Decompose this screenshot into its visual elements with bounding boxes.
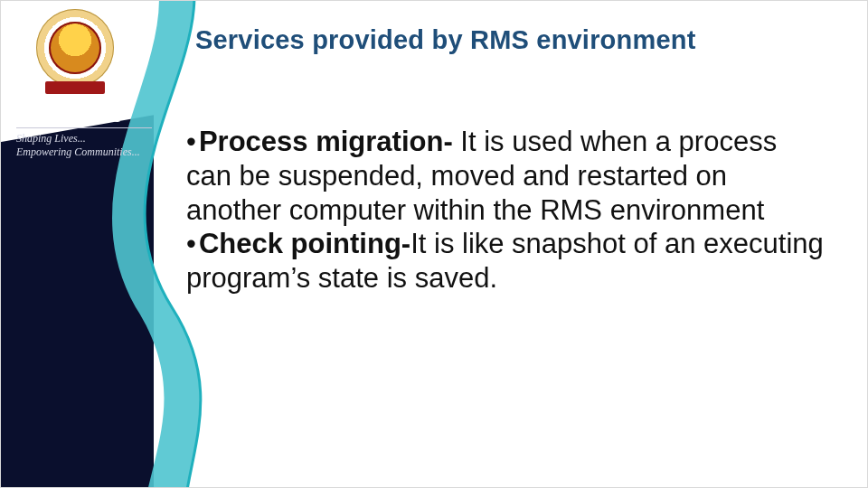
slide: Centurion UNIVERSITY Shaping Lives... Em… bbox=[0, 0, 868, 488]
tagline-line2: Empowering Communities... bbox=[16, 145, 152, 159]
university-seal-icon bbox=[36, 9, 114, 87]
slide-body: •Process migration- It is used when a pr… bbox=[186, 125, 828, 296]
bullet-lead: Check pointing- bbox=[199, 228, 410, 259]
bullet-item: •Process migration- It is used when a pr… bbox=[186, 125, 828, 227]
bullet-item: •Check pointing-It is like snapshot of a… bbox=[186, 227, 828, 296]
university-wordmark: Centurion UNIVERSITY Shaping Lives... Em… bbox=[16, 90, 152, 159]
slide-title: Services provided by RMS environment bbox=[195, 25, 696, 55]
wordmark-line2: UNIVERSITY bbox=[16, 108, 152, 128]
bullet-lead: Process migration- bbox=[199, 126, 453, 157]
tagline-line1: Shaping Lives... bbox=[16, 132, 152, 145]
bullet-dot-icon: • bbox=[186, 125, 199, 159]
bullet-dot-icon: • bbox=[186, 227, 199, 261]
wordmark-line1: Centurion bbox=[16, 90, 152, 108]
